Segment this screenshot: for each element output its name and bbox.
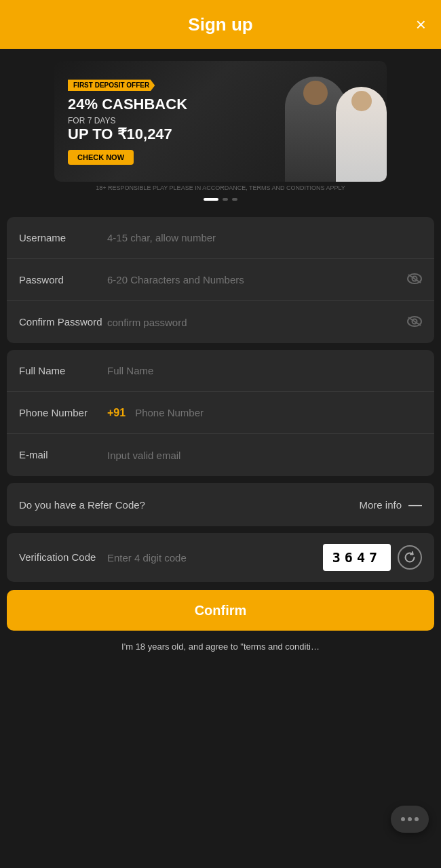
banner-headline: 24% CASHBACK bbox=[68, 96, 244, 113]
fullname-label: Full Name bbox=[19, 364, 107, 378]
close-button[interactable]: × bbox=[416, 16, 426, 33]
confirm-password-row: Confirm Password bbox=[7, 301, 434, 343]
banner-sub1: FOR 7 DAYS bbox=[68, 116, 244, 125]
password-row: Password bbox=[7, 259, 434, 301]
email-input-area[interactable] bbox=[107, 450, 422, 461]
refer-label: Do you have a Refer Code? bbox=[19, 499, 145, 511]
refer-more-info-text: More info bbox=[359, 499, 402, 511]
personal-section: Full Name Phone Number +91 E-mail bbox=[7, 350, 434, 476]
promo-banner[interactable]: FIRST DEPOSIT OFFER 24% CASHBACK FOR 7 D… bbox=[54, 61, 387, 182]
fullname-input-area[interactable] bbox=[107, 365, 422, 376]
banner-dots bbox=[204, 198, 237, 201]
header-title: Sign up bbox=[188, 14, 252, 35]
banner-check-now-button[interactable]: CHECK NOW bbox=[68, 150, 134, 165]
password-input-area[interactable] bbox=[107, 272, 422, 288]
verification-section: Verification Code Enter 4 digit code 364… bbox=[7, 533, 434, 582]
confirm-password-input[interactable] bbox=[107, 317, 402, 328]
banner-content: FIRST DEPOSIT OFFER 24% CASHBACK FOR 7 D… bbox=[54, 66, 258, 176]
password-label: Password bbox=[19, 273, 107, 287]
banner-disclaimer: 18+ RESPONSIBLE PLAY PLEASE IN ACCORDANC… bbox=[96, 184, 345, 191]
confirm-button[interactable]: Confirm bbox=[7, 590, 434, 631]
fullname-row: Full Name bbox=[7, 350, 434, 392]
password-input[interactable] bbox=[107, 274, 402, 285]
dot-inactive-2 bbox=[232, 198, 237, 201]
chat-bubble-dots bbox=[401, 817, 419, 821]
verification-row: Verification Code Enter 4 digit code 364… bbox=[7, 533, 434, 582]
refer-dash-icon: — bbox=[408, 497, 422, 513]
chat-bubble[interactable] bbox=[391, 806, 429, 833]
password-eye-icon[interactable] bbox=[407, 272, 422, 288]
captcha-refresh-icon[interactable] bbox=[398, 545, 422, 570]
verification-label: Verification Code bbox=[19, 551, 107, 564]
confirm-password-label: Confirm Password bbox=[19, 315, 107, 329]
banner-image bbox=[258, 61, 387, 182]
username-input-area[interactable] bbox=[107, 232, 422, 243]
phone-label: Phone Number bbox=[19, 406, 107, 420]
dot-active bbox=[204, 198, 218, 201]
verification-placeholder[interactable]: Enter 4 digit code bbox=[107, 552, 316, 564]
phone-row: Phone Number +91 bbox=[7, 392, 434, 434]
banner-tag: FIRST DEPOSIT OFFER bbox=[68, 79, 155, 91]
captcha-code: 3647 bbox=[323, 544, 391, 571]
phone-input[interactable] bbox=[135, 407, 422, 418]
credentials-section: Username Password Confirm Password bbox=[7, 217, 434, 343]
chat-dot-1 bbox=[401, 817, 405, 821]
email-input[interactable] bbox=[107, 450, 422, 461]
email-row: E-mail bbox=[7, 434, 434, 476]
banner-amount: UP TO ₹10,247 bbox=[68, 125, 244, 143]
phone-prefix[interactable]: +91 bbox=[107, 407, 126, 419]
confirm-password-eye-icon[interactable] bbox=[407, 315, 422, 330]
chat-dot-3 bbox=[415, 817, 419, 821]
refer-more-info[interactable]: More info — bbox=[359, 497, 422, 513]
refer-row[interactable]: Do you have a Refer Code? More info — bbox=[7, 483, 434, 526]
footer-text: I'm 18 years old, and agree to "terms an… bbox=[0, 639, 441, 658]
username-label: Username bbox=[19, 231, 107, 245]
refer-section: Do you have a Refer Code? More info — bbox=[7, 483, 434, 526]
email-label: E-mail bbox=[19, 448, 107, 462]
banner-section: FIRST DEPOSIT OFFER 24% CASHBACK FOR 7 D… bbox=[0, 49, 441, 210]
username-input[interactable] bbox=[107, 232, 422, 243]
username-row: Username bbox=[7, 217, 434, 259]
person-right-silhouette bbox=[336, 87, 387, 182]
chat-dot-2 bbox=[408, 817, 412, 821]
confirm-password-input-area[interactable] bbox=[107, 315, 422, 330]
header: Sign up × bbox=[0, 0, 441, 49]
phone-input-area[interactable]: +91 bbox=[107, 407, 422, 419]
dot-inactive-1 bbox=[223, 198, 228, 201]
fullname-input[interactable] bbox=[107, 365, 422, 376]
